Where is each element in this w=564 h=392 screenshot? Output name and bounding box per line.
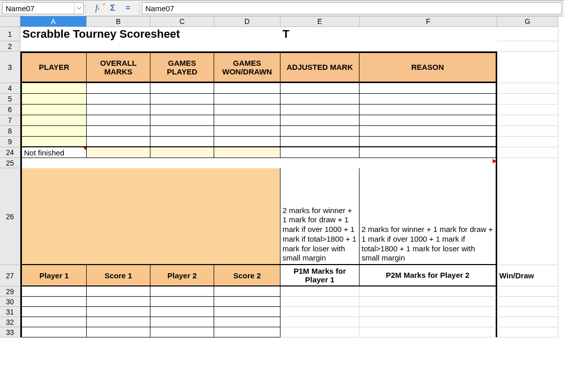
col-header-f[interactable]: F: [360, 16, 497, 27]
cell-g3[interactable]: [497, 51, 558, 83]
hdr-player2[interactable]: Player 2: [150, 265, 214, 286]
cell-c24[interactable]: [150, 147, 214, 158]
cell-d6[interactable]: [214, 104, 280, 115]
cell-a25[interactable]: [20, 158, 87, 168]
cell-f7[interactable]: [360, 115, 497, 126]
cell-g25[interactable]: [497, 158, 558, 168]
row-header-33[interactable]: 33: [0, 327, 20, 337]
cell-e9[interactable]: [280, 137, 360, 147]
name-box[interactable]: Name07: [2, 2, 84, 14]
select-all-corner[interactable]: [0, 16, 20, 27]
cell-g1[interactable]: [497, 27, 558, 41]
cell-b6[interactable]: [87, 104, 150, 115]
cell-b8[interactable]: [87, 126, 150, 137]
cell-f29[interactable]: [360, 286, 497, 297]
row-header-24[interactable]: 24: [0, 147, 20, 158]
cell-f4[interactable]: [360, 83, 497, 94]
cell-f2[interactable]: [360, 41, 497, 51]
cell-a5[interactable]: [20, 94, 87, 104]
cell-d1[interactable]: [214, 27, 280, 41]
row-header-1[interactable]: 1: [0, 27, 20, 41]
row-header-4[interactable]: 4: [0, 83, 20, 94]
col-header-g[interactable]: G: [497, 16, 558, 27]
cell-b9[interactable]: [87, 137, 150, 147]
cell-a2[interactable]: [20, 41, 87, 51]
cell-g6[interactable]: [497, 104, 558, 115]
cell-a30[interactable]: [20, 297, 87, 307]
name-box-dropdown[interactable]: [74, 3, 83, 14]
cell-e26[interactable]: 2 marks for winner + 1 mark for draw + 1…: [280, 168, 360, 265]
hdr-player1[interactable]: Player 1: [20, 265, 87, 286]
cell-f32[interactable]: [360, 317, 497, 327]
cell-g9[interactable]: [497, 137, 558, 147]
cell-b4[interactable]: [87, 83, 150, 94]
cell-c2[interactable]: [150, 41, 214, 51]
row-header-2[interactable]: 2: [0, 41, 20, 51]
cell-c31[interactable]: [150, 307, 214, 317]
hdr-overall-marks[interactable]: OVERALL MARKS: [87, 51, 150, 83]
cell-e33[interactable]: [280, 327, 360, 337]
cell-g26[interactable]: [497, 168, 558, 265]
cell-e6[interactable]: [280, 104, 360, 115]
cell-f24[interactable]: [360, 147, 497, 158]
cell-e2[interactable]: [280, 41, 360, 51]
cell-d2[interactable]: [214, 41, 280, 51]
cell-a24[interactable]: Not finished: [20, 147, 87, 158]
cell-d33[interactable]: [214, 327, 280, 337]
cell-b29[interactable]: [87, 286, 150, 297]
cell-c30[interactable]: [150, 297, 214, 307]
cell-e29[interactable]: [280, 286, 360, 297]
cell-a4[interactable]: [20, 83, 87, 94]
col-header-a[interactable]: A: [20, 16, 87, 27]
row-header-9[interactable]: 9: [0, 137, 20, 147]
cell-d9[interactable]: [214, 137, 280, 147]
cell-f1[interactable]: [360, 27, 497, 41]
cell-a32[interactable]: [20, 317, 87, 327]
cell-e7[interactable]: [280, 115, 360, 126]
col-header-d[interactable]: D: [214, 16, 280, 27]
col-header-e[interactable]: E: [280, 16, 360, 27]
function-wizard-icon[interactable]: fx✦: [92, 3, 102, 13]
row-header-7[interactable]: 7: [0, 115, 20, 126]
cell-f26[interactable]: 2 marks for winner + 1 mark for draw + 1…: [360, 168, 497, 265]
cell-a26[interactable]: [20, 168, 280, 265]
cell-c25[interactable]: [150, 158, 214, 168]
hdr-p2m[interactable]: P2M Marks for Player 2: [360, 265, 497, 286]
cell-g32[interactable]: [497, 317, 558, 327]
row-header-6[interactable]: 6: [0, 104, 20, 115]
cell-d31[interactable]: [214, 307, 280, 317]
cell-e30[interactable]: [280, 297, 360, 307]
row-header-8[interactable]: 8: [0, 126, 20, 137]
cell-b5[interactable]: [87, 94, 150, 104]
comment-indicator-icon[interactable]: [83, 147, 86, 150]
hdr-win-draw[interactable]: Win/Draw: [497, 265, 558, 286]
formula-input[interactable]: Name07: [142, 2, 562, 14]
cell-a29[interactable]: [20, 286, 87, 297]
cell-e32[interactable]: [280, 317, 360, 327]
row-header-25[interactable]: 25: [0, 158, 20, 168]
cell-d7[interactable]: [214, 115, 280, 126]
cell-a7[interactable]: [20, 115, 87, 126]
hdr-games-played[interactable]: GAMES PLAYED: [150, 51, 214, 83]
cell-f6[interactable]: [360, 104, 497, 115]
cell-a8[interactable]: [20, 126, 87, 137]
cell-e1[interactable]: T: [280, 27, 360, 41]
cell-b31[interactable]: [87, 307, 150, 317]
cell-g30[interactable]: [497, 297, 558, 307]
cell-b33[interactable]: [87, 327, 150, 337]
cell-e4[interactable]: [280, 83, 360, 94]
cell-d30[interactable]: [214, 297, 280, 307]
cell-g4[interactable]: [497, 83, 558, 94]
cell-f9[interactable]: [360, 137, 497, 147]
cell-g31[interactable]: [497, 307, 558, 317]
hdr-games-won[interactable]: GAMES WON/DRAWN: [214, 51, 280, 83]
row-header-3[interactable]: 3: [0, 51, 20, 83]
sum-icon[interactable]: Σ: [108, 3, 118, 13]
cell-d25[interactable]: [214, 158, 280, 168]
cell-c5[interactable]: [150, 94, 214, 104]
cell-g29[interactable]: [497, 286, 558, 297]
row-header-30[interactable]: 30: [0, 297, 20, 307]
cell-e8[interactable]: [280, 126, 360, 137]
row-header-5[interactable]: 5: [0, 94, 20, 104]
cell-f25[interactable]: ▶: [360, 158, 497, 168]
